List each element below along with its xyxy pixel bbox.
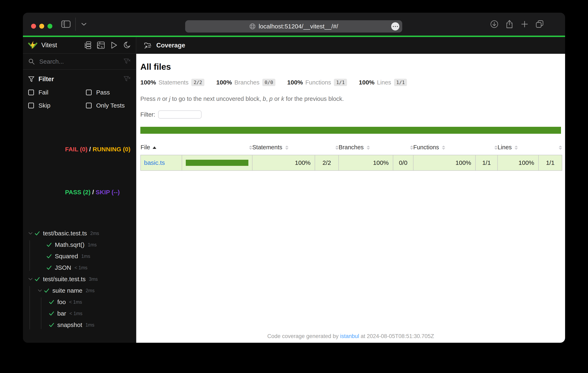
desktop-background: localhost:51204/__vitest__/#/ bbox=[0, 0, 588, 373]
filter-checkbox-skip[interactable]: Skip bbox=[28, 102, 86, 109]
tree-item-test[interactable]: JSON < 1ms bbox=[23, 262, 136, 273]
pass-check-icon bbox=[46, 265, 52, 270]
filter-checkbox-pass[interactable]: Pass bbox=[86, 89, 131, 96]
tree-item-test[interactable]: foo < 1ms bbox=[23, 296, 136, 308]
coverage-report: All files 100% Statements 2/2 100% Branc… bbox=[136, 54, 565, 343]
pass-check-icon bbox=[46, 243, 52, 247]
tree-item-test[interactable]: snapshot 1ms bbox=[23, 319, 136, 331]
column-header-bar[interactable] bbox=[182, 139, 252, 155]
file-link[interactable]: basic.ts bbox=[144, 159, 165, 166]
run-all-tests-icon[interactable] bbox=[110, 41, 118, 49]
browser-toolbar: localhost:51204/__vitest__/#/ bbox=[23, 13, 565, 36]
downloads-icon[interactable] bbox=[489, 19, 499, 29]
page-title: Coverage bbox=[156, 42, 185, 49]
minimize-window-button[interactable] bbox=[39, 24, 44, 29]
search-bar bbox=[23, 54, 136, 70]
coverage-footer: Code coverage generated by istanbul at 2… bbox=[136, 333, 565, 340]
zoom-window-button[interactable] bbox=[47, 24, 52, 29]
sorter-icon bbox=[494, 145, 498, 150]
tree-item-test[interactable]: Math.sqrt() 1ms bbox=[23, 239, 136, 250]
column-header-branches-raw[interactable] bbox=[393, 139, 413, 155]
chevron-down-icon[interactable] bbox=[36, 289, 43, 292]
tree-item-test[interactable]: bar < 1ms bbox=[23, 308, 136, 319]
pass-check-icon bbox=[43, 288, 50, 293]
tree-item-suite[interactable]: suite name 2ms bbox=[23, 285, 136, 296]
file-filter: Filter: bbox=[140, 110, 561, 119]
all-files-heading: All files bbox=[140, 62, 561, 72]
report-tree-view-icon[interactable] bbox=[84, 41, 92, 49]
column-header-lines-raw[interactable] bbox=[538, 139, 562, 155]
filter-label: Filter: bbox=[140, 111, 155, 118]
search-input[interactable] bbox=[39, 58, 119, 65]
pass-check-icon bbox=[48, 311, 55, 316]
new-tab-icon[interactable] bbox=[520, 19, 529, 29]
statements-pct-cell: 100% bbox=[252, 155, 315, 171]
column-header-branches[interactable]: Branches bbox=[339, 139, 393, 155]
close-window-button[interactable] bbox=[31, 24, 36, 29]
sidebar-chevron-down-icon[interactable] bbox=[79, 19, 89, 29]
dark-mode-moon-icon[interactable] bbox=[123, 41, 131, 49]
chevron-down-icon[interactable] bbox=[27, 278, 34, 280]
tree-indent-guide bbox=[41, 298, 41, 329]
sorter-icon bbox=[410, 145, 413, 150]
lines-pct-cell: 100% bbox=[498, 155, 538, 171]
filter-checkbox-only-tests[interactable]: Only Tests bbox=[86, 102, 131, 109]
sorter-icon bbox=[367, 145, 370, 150]
tab-overview-icon[interactable] bbox=[535, 19, 545, 29]
traffic-lights bbox=[31, 24, 52, 29]
test-tree: test/basic.test.ts 2ms Math.sqrt() 1ms bbox=[23, 228, 136, 343]
pass-check-icon bbox=[48, 300, 55, 304]
checkbox[interactable] bbox=[86, 103, 92, 108]
functions-stat: 100% Functions 1/1 bbox=[287, 79, 347, 86]
sidebar-header: Vitest bbox=[23, 37, 136, 54]
pass-check-icon bbox=[48, 323, 55, 327]
toolbar-divider bbox=[75, 18, 76, 31]
lines-raw-cell: 1/1 bbox=[538, 155, 562, 171]
share-icon[interactable] bbox=[504, 19, 514, 29]
column-header-functions[interactable]: Functions bbox=[413, 139, 475, 155]
pass-check-icon bbox=[46, 254, 52, 259]
column-header-lines[interactable]: Lines bbox=[498, 139, 538, 155]
checkbox[interactable] bbox=[28, 103, 34, 108]
tree-item-file[interactable]: test/suite.test.ts 3ms bbox=[23, 273, 136, 285]
pass-check-icon bbox=[34, 277, 41, 281]
tree-indent-guide bbox=[30, 240, 30, 271]
fraction-badge: 1/1 bbox=[334, 79, 347, 86]
functions-pct-cell: 100% bbox=[413, 155, 475, 171]
chevron-down-icon[interactable] bbox=[27, 232, 34, 235]
lines-stat: 100% Lines 1/1 bbox=[359, 79, 407, 86]
branches-pct-cell: 100% bbox=[339, 155, 393, 171]
fail-count: FAIL (0) bbox=[65, 146, 87, 153]
globe-icon bbox=[249, 23, 256, 30]
pass-check-icon bbox=[34, 231, 41, 236]
column-header-statements-raw[interactable] bbox=[315, 139, 339, 155]
filter-checkbox-fail[interactable]: Fail bbox=[28, 89, 86, 96]
test-run-summary: FAIL (0) / RUNNING (0) PASS (2) / SKIP (… bbox=[45, 119, 136, 222]
tree-item-file[interactable]: test/basic.test.ts 2ms bbox=[23, 228, 136, 239]
app-title: Vitest bbox=[41, 41, 57, 49]
clear-filters-icon[interactable] bbox=[124, 76, 131, 82]
sidebar-toggle-icon[interactable] bbox=[61, 19, 71, 29]
page-settings-button[interactable] bbox=[391, 22, 399, 31]
fraction-badge: 1/1 bbox=[394, 79, 407, 86]
search-icon bbox=[28, 58, 35, 65]
dashboard-view-icon[interactable] bbox=[97, 41, 105, 49]
tree-item-test[interactable]: Squared 1ms bbox=[23, 250, 136, 262]
branches-stat: 100% Branches 0/0 bbox=[216, 79, 275, 86]
checkbox[interactable] bbox=[28, 90, 34, 95]
checkbox[interactable] bbox=[86, 90, 92, 95]
clear-search-filter-icon[interactable] bbox=[124, 59, 131, 65]
functions-raw-cell: 1/1 bbox=[475, 155, 498, 171]
browser-window: localhost:51204/__vitest__/#/ bbox=[23, 13, 565, 343]
table-header-row: File Statements Branches Functions Lines bbox=[141, 139, 562, 155]
filter-panel-title: Filter bbox=[39, 75, 54, 83]
column-header-statements[interactable]: Statements bbox=[252, 139, 315, 155]
skip-count: SKIP (--) bbox=[96, 189, 120, 196]
funnel-icon bbox=[28, 76, 34, 82]
address-bar[interactable]: localhost:51204/__vitest__/#/ bbox=[185, 20, 402, 32]
istanbul-link[interactable]: istanbul bbox=[340, 333, 359, 339]
filter-panel: Filter Fail bbox=[23, 70, 136, 110]
column-header-file[interactable]: File bbox=[141, 139, 182, 155]
file-filter-input[interactable] bbox=[158, 110, 201, 119]
column-header-functions-raw[interactable] bbox=[475, 139, 498, 155]
